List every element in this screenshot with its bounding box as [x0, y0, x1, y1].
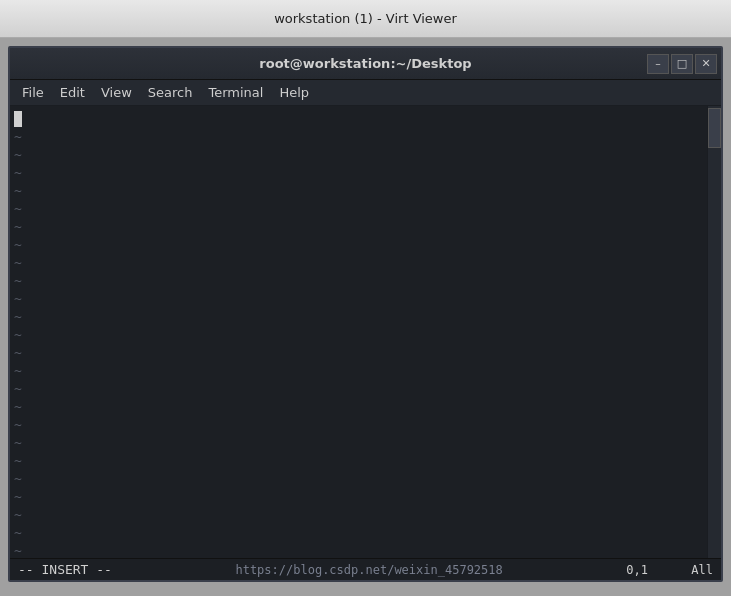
menu-terminal[interactable]: Terminal — [200, 83, 271, 102]
tilde-line: ~ — [12, 542, 705, 558]
tilde-line: ~ — [12, 488, 705, 506]
inner-title-text: root@workstation:~/Desktop — [259, 56, 471, 71]
tilde-line: ~ — [12, 290, 705, 308]
tilde-line: ~ — [12, 254, 705, 272]
tilde-line: ~ — [12, 380, 705, 398]
tilde-line: ~ — [12, 182, 705, 200]
tilde-line: ~ — [12, 416, 705, 434]
text-cursor — [14, 111, 22, 127]
tilde-line: ~ — [12, 308, 705, 326]
cursor-line — [12, 110, 705, 128]
tilde-line: ~ — [12, 218, 705, 236]
tilde-lines: ~ ~ ~ ~ ~ ~ ~ ~ ~ ~ ~ ~ ~ ~ ~ — [12, 128, 705, 558]
inner-window: root@workstation:~/Desktop – □ ✕ File Ed… — [8, 46, 723, 582]
outer-window: workstation (1) - Virt Viewer root@works… — [0, 0, 731, 596]
scrollbar[interactable] — [707, 106, 721, 558]
terminal-content[interactable]: ~ ~ ~ ~ ~ ~ ~ ~ ~ ~ ~ ~ ~ ~ ~ — [10, 106, 707, 558]
tilde-line: ~ — [12, 164, 705, 182]
tilde-line: ~ — [12, 362, 705, 380]
tilde-line: ~ — [12, 398, 705, 416]
tilde-line: ~ — [12, 200, 705, 218]
cursor-position: 0,1 All — [626, 563, 713, 577]
statusbar: -- INSERT -- https://blog.csdp.net/weixi… — [10, 558, 721, 580]
tilde-line: ~ — [12, 272, 705, 290]
outer-content: root@workstation:~/Desktop – □ ✕ File Ed… — [0, 38, 731, 596]
tilde-line: ~ — [12, 506, 705, 524]
menu-search[interactable]: Search — [140, 83, 201, 102]
maximize-button[interactable]: □ — [671, 54, 693, 74]
menu-file[interactable]: File — [14, 83, 52, 102]
vim-mode-indicator: -- INSERT -- — [18, 562, 112, 577]
menubar: File Edit View Search Terminal Help — [10, 80, 721, 106]
tilde-line: ~ — [12, 434, 705, 452]
tilde-line: ~ — [12, 524, 705, 542]
tilde-line: ~ — [12, 470, 705, 488]
tilde-line: ~ — [12, 344, 705, 362]
titlebar-buttons: – □ ✕ — [647, 54, 717, 74]
tilde-line: ~ — [12, 452, 705, 470]
tilde-line: ~ — [12, 326, 705, 344]
menu-view[interactable]: View — [93, 83, 140, 102]
inner-titlebar: root@workstation:~/Desktop – □ ✕ — [10, 48, 721, 80]
tilde-line: ~ — [12, 128, 705, 146]
tilde-line: ~ — [12, 146, 705, 164]
minimize-button[interactable]: – — [647, 54, 669, 74]
outer-titlebar: workstation (1) - Virt Viewer — [0, 0, 731, 38]
status-url: https://blog.csdp.net/weixin_45792518 — [235, 563, 502, 577]
menu-help[interactable]: Help — [271, 83, 317, 102]
close-button[interactable]: ✕ — [695, 54, 717, 74]
menu-edit[interactable]: Edit — [52, 83, 93, 102]
outer-title-text: workstation (1) - Virt Viewer — [274, 11, 457, 26]
terminal-body: ~ ~ ~ ~ ~ ~ ~ ~ ~ ~ ~ ~ ~ ~ ~ — [10, 106, 721, 558]
scrollbar-thumb[interactable] — [708, 108, 721, 148]
tilde-line: ~ — [12, 236, 705, 254]
